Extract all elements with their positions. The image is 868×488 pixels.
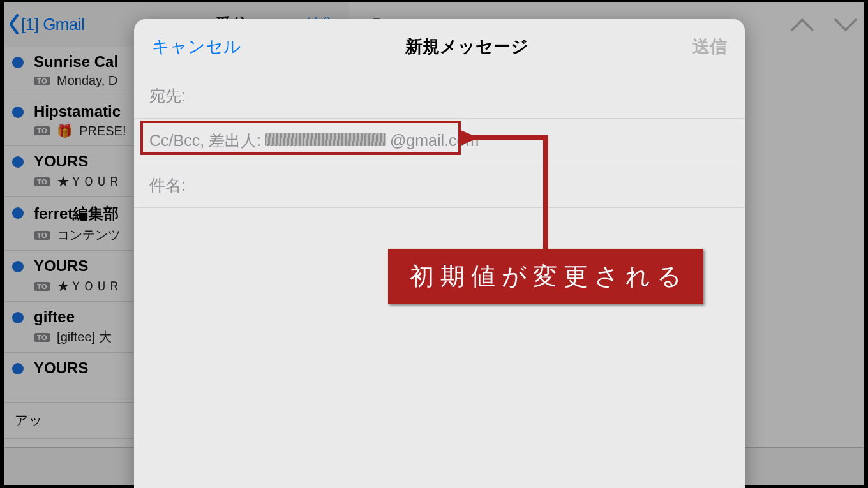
to-label: 宛先:	[149, 85, 186, 107]
from-address-redacted	[265, 133, 386, 146]
message-preview-text: [giftee] 大	[57, 329, 112, 346]
unread-dot-icon	[12, 57, 24, 68]
annotation-callout: 初期値が変更される	[388, 249, 703, 304]
to-badge: TO	[34, 77, 50, 85]
unread-dot-icon	[12, 312, 24, 323]
unread-dot-icon	[12, 156, 24, 168]
compose-title: 新規メッセージ	[241, 35, 692, 58]
prev-message-button[interactable]	[789, 17, 815, 35]
cancel-button[interactable]: キャンセル	[152, 35, 241, 58]
chevron-left-icon	[7, 13, 21, 35]
send-button[interactable]: 送信	[692, 35, 727, 58]
unread-dot-icon	[12, 363, 24, 374]
next-message-button[interactable]	[833, 17, 858, 35]
gift-icon: 🎁	[57, 123, 73, 138]
to-badge: TO	[34, 126, 50, 135]
message-preview-text: コンテンツ	[57, 226, 121, 244]
back-title: [1] Gmail	[21, 15, 85, 34]
to-badge: TO	[34, 333, 50, 342]
to-badge: TO	[34, 231, 50, 240]
message-preview-text: ★ＹＯＵＲ	[57, 277, 121, 295]
unread-dot-icon	[12, 261, 24, 272]
subject-field[interactable]: 件名:	[134, 163, 745, 208]
unread-dot-icon	[12, 207, 24, 219]
cc-bcc-from-label: Cc/Bcc, 差出人:	[149, 130, 261, 151]
to-badge: TO	[34, 177, 50, 186]
message-preview-text: ★ＹＯＵＲ	[57, 173, 121, 190]
compose-header: キャンセル 新規メッセージ 送信	[134, 19, 745, 74]
from-address-suffix: @gmail.com	[390, 131, 479, 150]
message-preview-text: Monday, D	[57, 73, 117, 88]
back-button[interactable]: [1] Gmail	[4, 2, 133, 47]
annotation-text: 初期値が変更される	[410, 263, 688, 290]
message-preview-text: PRESE!	[79, 124, 126, 138]
unread-dot-icon	[12, 107, 24, 118]
to-field[interactable]: 宛先:	[134, 74, 745, 119]
to-badge: TO	[34, 282, 50, 291]
subject-label: 件名:	[149, 175, 186, 196]
cc-bcc-from-field[interactable]: Cc/Bcc, 差出人: @gmail.com	[134, 119, 745, 163]
